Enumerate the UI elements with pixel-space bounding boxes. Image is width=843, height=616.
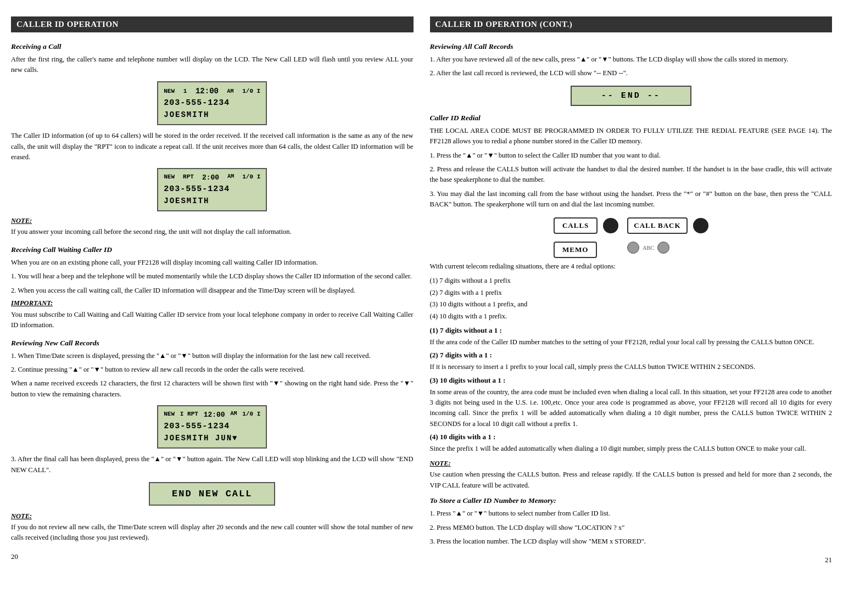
note3-section: NOTE: Use caution when pressing the CALL… xyxy=(430,460,833,491)
caller-id-redial-step3: 3. You may dial the last incoming call f… xyxy=(430,189,833,210)
note1-body: If you answer your incoming call before … xyxy=(11,227,414,237)
reviewing-new-step3: 3. After the final call has been display… xyxy=(11,454,414,475)
ten-digits-with1-section: (4) 10 digits with a 1 : Since the prefi… xyxy=(430,433,833,454)
seven-digits-no1-section: (1) 7 digits without a 1 : If the area c… xyxy=(430,326,833,348)
left-page-num: 20 xyxy=(11,552,414,561)
lcd2-time: 2:00 xyxy=(202,172,219,183)
note1-section: NOTE: If you answer your incoming call b… xyxy=(11,217,414,237)
abc-button xyxy=(627,242,639,254)
lcd1-time: 12:00 xyxy=(196,86,219,97)
seven-with1-body: If it is necessary to insert a 1 prefix … xyxy=(430,362,833,372)
note3-label: NOTE: xyxy=(430,460,833,468)
extra-button xyxy=(657,242,669,254)
call-waiting-title: Receiving Call Waiting Caller ID xyxy=(11,245,414,254)
right-header: CALLER ID OPERATION (CONT.) xyxy=(430,16,833,32)
option-4: (4) 10 digits with a 1 prefix. xyxy=(430,311,833,322)
lcd3-right: 1/0 I xyxy=(242,410,260,421)
reviewing-new-step1: 1. When Time/Date screen is displayed, p… xyxy=(11,351,414,361)
store-memory-step2: 2. Press MEMO button. The LCD display wi… xyxy=(430,523,833,533)
lcd3-rpt: I RPT xyxy=(180,410,198,421)
reviewing-new-step2: 2. Continue pressing "▲" or "▼" button t… xyxy=(11,365,414,375)
call-waiting-section: Receiving Call Waiting Caller ID When yo… xyxy=(11,245,414,296)
seven-digits-with1-section: (2) 7 digits with a 1 : If it is necessa… xyxy=(430,351,833,372)
lcd2-right: 1/0 I xyxy=(242,172,260,183)
caller-id-redial-section: Caller ID Redial THE LOCAL AREA CODE MUS… xyxy=(430,114,833,322)
calls-button[interactable]: CALLS xyxy=(554,217,598,234)
call-waiting-step2: 2. When you access the call waiting call… xyxy=(11,285,414,296)
receiving-title: Receiving a Call xyxy=(11,42,414,51)
ten-with1-body: Since the prefix 1 will be added automat… xyxy=(430,444,833,454)
calls-button-circle xyxy=(603,218,618,233)
note3-body: Use caution when pressing the CALLS butt… xyxy=(430,469,833,491)
reviewing-new-body1: When a name received exceeds 12 characte… xyxy=(11,378,414,400)
caller-id-redial-step1: 1. Press the "▲" or "▼" button to select… xyxy=(430,150,833,161)
store-memory-section: To Store a Caller ID Number to Memory: 1… xyxy=(430,496,833,547)
lcd2-name: JOESMITH xyxy=(164,195,260,207)
lcd-end-display: -- END -- xyxy=(571,86,691,106)
call-waiting-body1: When you are on an existing phone call, … xyxy=(11,257,414,268)
right-column: CALLER ID OPERATION (CONT.) Reviewing Al… xyxy=(430,16,833,600)
store-memory-step1: 1. Press "▲" or "▼" buttons to select nu… xyxy=(430,508,833,519)
right-page-num: 21 xyxy=(430,556,833,564)
caller-id-redial-body2: With current telecom redialing situation… xyxy=(430,261,833,272)
store-memory-step3: 3. Press the location number. The LCD di… xyxy=(430,536,833,547)
receiving-body2: The Caller ID information (of up to 64 c… xyxy=(11,131,414,163)
redial-options-list: (1) 7 digits without a 1 prefix (2) 7 di… xyxy=(430,276,833,322)
reviewing-all-step2: 2. After the last call record is reviewe… xyxy=(430,68,833,79)
lcd-display-2: NEW RPT 2:00 AM 1/0 I 203-555-1234 JOESM… xyxy=(157,168,267,211)
seven-no1-title: (1) 7 digits without a 1 : xyxy=(430,326,833,335)
lcd3-new: NEW xyxy=(164,410,175,421)
important-label: IMPORTANT: xyxy=(11,299,414,307)
lcd1-right: 1/0 I xyxy=(242,87,260,96)
left-column: CALLER ID OPERATION Receiving a Call Aft… xyxy=(11,16,414,600)
reviewing-new-title: Reviewing New Call Records xyxy=(11,339,414,348)
note2-body: If you do not review all new calls, the … xyxy=(11,522,414,544)
reviewing-all-title: Reviewing All Call Records xyxy=(430,42,833,51)
lcd3-time: 12:00 xyxy=(204,410,225,421)
ten-no1-body: In some areas of the country, the area c… xyxy=(430,387,833,430)
call-back-button-circle xyxy=(693,218,708,233)
note2-section: NOTE: If you do not review all new calls… xyxy=(11,512,414,544)
lcd1-am: AM xyxy=(227,87,234,96)
lcd2-rpt: RPT xyxy=(183,172,194,183)
lcd1-new: NEW xyxy=(164,87,175,96)
lcd-display-3: NEW I RPT 12:00 AM 1/0 I 203-555-1234 JO… xyxy=(157,405,267,449)
lcd1-name: JOESMITH xyxy=(164,109,260,121)
option-3: (3) 10 digits without a 1 prefix, and xyxy=(430,299,833,310)
lcd1-num: 1 xyxy=(183,87,187,96)
reviewing-new-section: Reviewing New Call Records 1. When Time/… xyxy=(11,339,414,506)
option-2: (2) 7 digits with a 1 prefix xyxy=(430,288,833,298)
option-1: (1) 7 digits without a 1 prefix xyxy=(430,276,833,286)
store-memory-title: To Store a Caller ID Number to Memory: xyxy=(430,496,833,505)
call-back-button[interactable]: CALL BACK xyxy=(627,217,687,234)
lcd3-number: 203-555-1234 xyxy=(164,421,260,433)
lcd2-new: NEW xyxy=(164,172,175,183)
ten-digits-no1-section: (3) 10 digits without a 1 : In some area… xyxy=(430,376,833,430)
lcd-display-1: NEW 1 12:00 AM 1/0 I 203-555-1234 JOESMI… xyxy=(157,81,267,126)
receiving-body1: After the first ring, the caller's name … xyxy=(11,54,414,76)
call-waiting-step1: 1. You will hear a beep and the telephon… xyxy=(11,271,414,282)
important-section: IMPORTANT: You must subscribe to Call Wa… xyxy=(11,299,414,331)
lcd3-am: AM xyxy=(230,410,237,421)
lcd3-name: JOESMITH JUN▼ xyxy=(164,433,260,444)
seven-no1-body: If the area code of the Caller ID number… xyxy=(430,337,833,348)
caller-id-redial-title: Caller ID Redial xyxy=(430,114,833,122)
lcd1-number: 203-555-1234 xyxy=(164,97,260,110)
ten-no1-title: (3) 10 digits without a 1 : xyxy=(430,376,833,385)
caller-id-redial-step2: 2. Press and release the CALLS button wi… xyxy=(430,164,833,186)
caller-id-redial-body1: THE LOCAL AREA CODE MUST BE PROGRAMMED I… xyxy=(430,126,833,147)
receiving-section: Receiving a Call After the first ring, t… xyxy=(11,42,414,211)
left-header: CALLER ID OPERATION xyxy=(11,16,414,32)
reviewing-all-section: Reviewing All Call Records 1. After you … xyxy=(430,42,833,106)
lcd2-am: AM xyxy=(227,172,234,183)
important-body: You must subscribe to Call Waiting and C… xyxy=(11,310,414,331)
buttons-area: CALLS MEMO CALL BACK ABC xyxy=(430,217,833,258)
note2-label: NOTE: xyxy=(11,512,414,520)
note1-label: NOTE: xyxy=(11,217,414,225)
lcd2-number: 203-555-1234 xyxy=(164,183,260,196)
reviewing-all-step1: 1. After you have reviewed all of the ne… xyxy=(430,54,833,65)
lcd-end-new-call: END NEW CALL xyxy=(149,482,275,506)
memo-button[interactable]: MEMO xyxy=(554,242,597,258)
ten-with1-title: (4) 10 digits with a 1 : xyxy=(430,433,833,441)
seven-with1-title: (2) 7 digits with a 1 : xyxy=(430,351,833,360)
